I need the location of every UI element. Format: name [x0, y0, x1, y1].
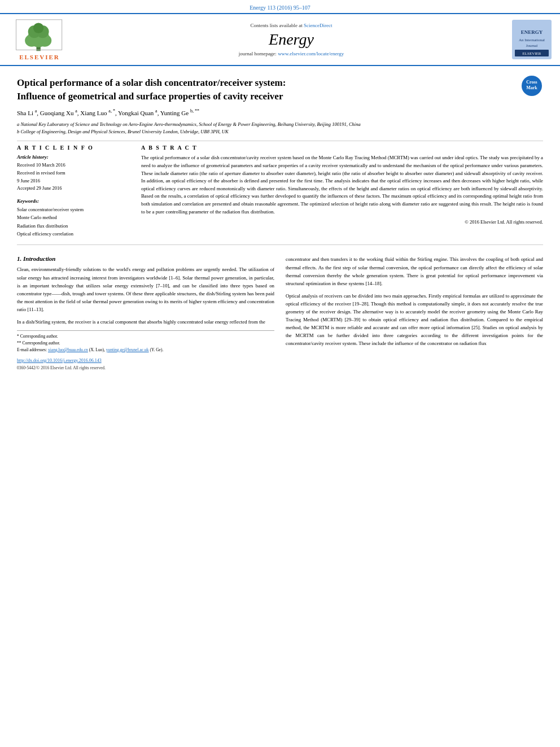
keywords-section: Keywords: Solar concentrator/receiver sy… [17, 198, 130, 238]
elsevier-logo-area: ELSEVIER [6, 19, 73, 60]
authors-line: Sha Li a, Guoqiang Xu a, Xiang Luo a, *,… [17, 108, 543, 118]
intro-body-text: Clean, environmentally-friendly solution… [17, 265, 274, 325]
email-addresses: E-mail addresses: xiang.luo@buaa.edu.cn … [17, 347, 274, 353]
elsevier-brand-text: ELSEVIER [19, 54, 60, 60]
article-info-heading: A R T I C L E I N F O [17, 145, 130, 151]
affiliations-area: a National Key Laboratory of Science and… [17, 121, 543, 136]
divider-1 [17, 141, 543, 141]
corresponding-author-2: ** Corresponding author. [17, 340, 274, 347]
svg-text:ELSEVIER: ELSEVIER [522, 51, 541, 56]
svg-point-6 [33, 23, 43, 33]
crossmark-area: Cross Mark [520, 75, 543, 98]
copyright-notice: © 2016 Elsevier Ltd. All rights reserved… [141, 219, 543, 225]
keyword-1: Solar concentrator/receiver system [17, 206, 130, 213]
intro-section-title: 1. Introduction [17, 255, 274, 262]
article-history-label: Article history: [17, 154, 130, 160]
journal-reference: Energy 113 (2016) 95–107 [0, 0, 560, 13]
intro-right-text: concentrator and then transfers it to th… [286, 255, 543, 347]
body-left-col: 1. Introduction Clean, environmentally-f… [17, 255, 274, 370]
journal-homepage: journal homepage: www.elsevier.com/locat… [79, 51, 504, 56]
received-date: Received 10 March 2016 [17, 161, 130, 169]
paper-title: Optical performance of a solar dish conc… [17, 76, 515, 103]
email-link-2[interactable]: yunting.ge@brunel.ac.uk [106, 347, 149, 352]
energy-journal-logo-icon: ENERGY An International Journal ELSEVIER [512, 20, 552, 59]
svg-text:Cross: Cross [526, 80, 537, 85]
revised-date: 9 June 2016 [17, 177, 130, 185]
journal-title-area: Contents lists available at ScienceDirec… [79, 23, 504, 56]
introduction-section: 1. Introduction Clean, environmentally-f… [17, 255, 543, 370]
sciencedirect-link[interactable]: ScienceDirect [304, 23, 332, 28]
body-right-col: concentrator and then transfers it to th… [286, 255, 543, 370]
main-content-area: Optical performance of a solar dish conc… [0, 66, 560, 382]
footnote-area: * Corresponding author. ** Corresponding… [17, 330, 274, 353]
article-meta-section: A R T I C L E I N F O Article history: R… [17, 145, 543, 238]
svg-text:An International: An International [519, 38, 545, 42]
title-row: Optical performance of a solar dish conc… [17, 72, 543, 108]
issn-line: 0360-5442/© 2016 Elsevier Ltd. All right… [17, 365, 274, 370]
keywords-label: Keywords: [17, 198, 130, 204]
keyword-4: Optical efficiency correlation [17, 230, 130, 238]
corresponding-author-1: * Corresponding author. [17, 333, 274, 340]
paper-title-area: Optical performance of a solar dish conc… [17, 72, 515, 108]
energy-logo-area: ENERGY An International Journal ELSEVIER [509, 20, 554, 59]
journal-name: Energy [79, 30, 504, 49]
keyword-3: Radiation flux distribution [17, 222, 130, 230]
body-two-col: 1. Introduction Clean, environmentally-f… [17, 255, 543, 370]
affiliation-b: b College of Engineering, Design and Phy… [17, 128, 543, 136]
email-link-1[interactable]: xiang.luo@buaa.edu.cn [48, 347, 88, 352]
contents-available-text: Contents lists available at ScienceDirec… [79, 23, 504, 28]
crossmark-icon: Cross Mark [520, 75, 543, 97]
abstract-heading: A B S T R A C T [141, 145, 543, 151]
abstract-column: A B S T R A C T The optical performance … [141, 145, 543, 238]
article-info-column: A R T I C L E I N F O Article history: R… [17, 145, 130, 238]
received-revised-label: Received in revised form [17, 169, 130, 177]
affiliation-a: a National Key Laboratory of Science and… [17, 121, 543, 128]
svg-text:ENERGY: ENERGY [521, 29, 543, 35]
keyword-2: Monte Carlo method [17, 213, 130, 221]
svg-text:Journal: Journal [526, 43, 538, 48]
doi-link[interactable]: http://dx.doi.org/10.1016/j.energy.2016.… [17, 358, 274, 363]
journal-ref-text: Energy 113 (2016) 95–107 [250, 5, 310, 11]
homepage-url[interactable]: www.elsevier.com/locate/energy [278, 51, 344, 56]
accepted-date: Accepted 29 June 2016 [17, 185, 130, 193]
svg-text:Mark: Mark [526, 85, 537, 90]
elsevier-tree-icon [11, 19, 68, 53]
journal-header: ELSEVIER Contents lists available at Sci… [0, 13, 560, 66]
abstract-text: The optical performance of a solar dish … [141, 154, 543, 216]
divider-2 [17, 244, 543, 245]
